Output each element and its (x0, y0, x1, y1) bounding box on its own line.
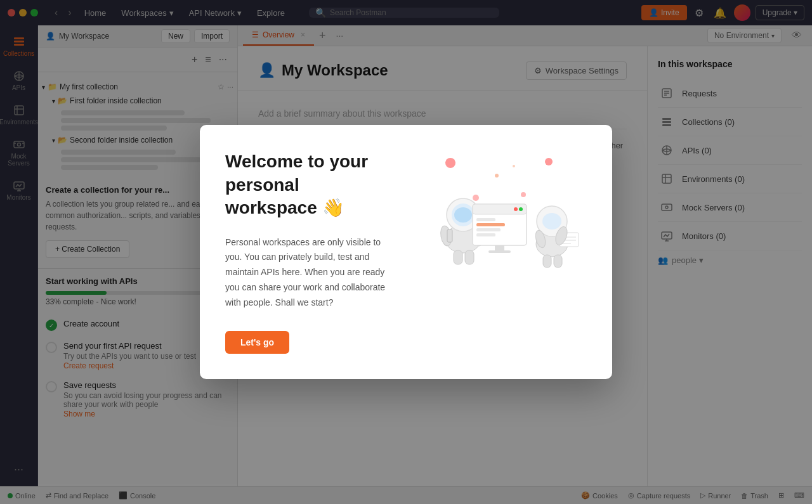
svg-point-53 (473, 195, 479, 201)
svg-point-49 (514, 207, 518, 211)
modal-text: Welcome to your personal workspace 👋 Per… (225, 150, 389, 353)
welcome-illustration (416, 150, 580, 277)
svg-rect-45 (476, 218, 495, 221)
svg-point-54 (521, 192, 526, 197)
svg-rect-52 (488, 250, 511, 253)
svg-rect-48 (476, 233, 495, 236)
svg-point-67 (513, 165, 515, 167)
svg-point-66 (495, 174, 499, 178)
modal-title: Welcome to your personal workspace 👋 (225, 150, 389, 219)
svg-rect-44 (473, 204, 527, 214)
svg-rect-64 (543, 255, 551, 268)
svg-point-33 (545, 158, 553, 165)
svg-rect-41 (465, 250, 474, 264)
svg-point-50 (519, 207, 523, 211)
modal-overlay[interactable]: Welcome to your personal workspace 👋 Per… (0, 0, 812, 504)
welcome-modal: Welcome to your personal workspace 👋 Per… (200, 125, 612, 378)
svg-rect-46 (476, 223, 505, 226)
svg-point-32 (445, 158, 455, 168)
modal-illustration (409, 150, 587, 277)
modal-description: Personal workspaces are only visible to … (225, 235, 389, 311)
svg-point-37 (454, 207, 472, 223)
svg-rect-47 (476, 228, 501, 231)
svg-point-57 (542, 213, 561, 229)
svg-rect-42 (447, 229, 452, 242)
svg-rect-51 (495, 245, 504, 250)
svg-rect-40 (454, 250, 462, 264)
lets-go-button[interactable]: Let's go (225, 331, 289, 354)
svg-rect-65 (554, 255, 562, 268)
